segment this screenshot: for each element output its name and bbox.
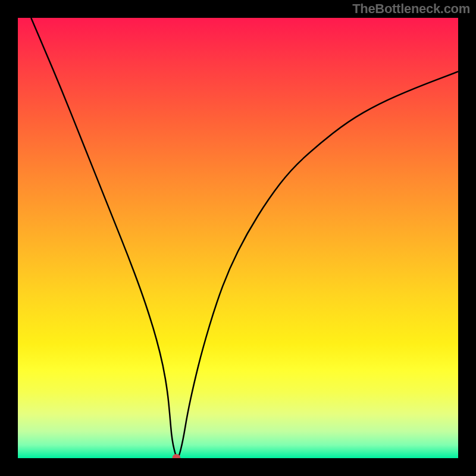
watermark-text: TheBottleneck.com: [352, 1, 470, 17]
bottleneck-curve: [31, 18, 458, 458]
plot-area: [18, 18, 458, 458]
curve-layer: [18, 18, 458, 458]
chart-container: TheBottleneck.com: [0, 0, 476, 476]
